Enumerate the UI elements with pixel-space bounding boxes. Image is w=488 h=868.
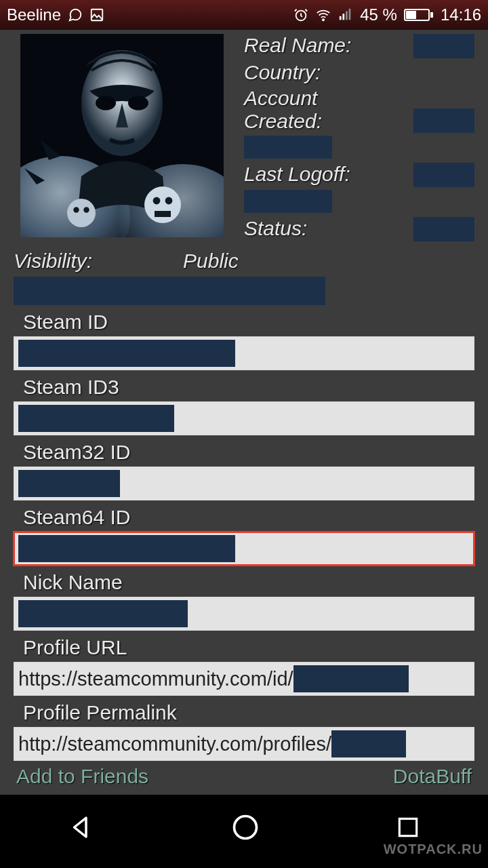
- field-url-prefix: http://steamcommunity.com/profiles/: [18, 733, 331, 755]
- field-nick-name: Nick Name: [14, 571, 474, 631]
- nav-recent-button[interactable]: [395, 814, 421, 840]
- field-value-box[interactable]: https://steamcommunity.com/id/: [14, 662, 474, 696]
- field-value-redacted: [18, 470, 120, 497]
- field-value-redacted: [18, 600, 188, 627]
- svg-rect-4: [343, 14, 345, 20]
- field-value-box[interactable]: [14, 532, 474, 566]
- field-label: Profile URL: [23, 636, 474, 659]
- cell-signal-icon: [338, 7, 353, 22]
- field-value-box[interactable]: [14, 336, 474, 370]
- svg-point-23: [234, 816, 256, 839]
- nav-back-button[interactable]: [67, 813, 96, 842]
- svg-rect-6: [349, 9, 351, 20]
- image-icon: [89, 7, 104, 22]
- svg-point-17: [153, 197, 161, 205]
- chat-bubble-icon: [68, 7, 83, 22]
- svg-point-22: [83, 207, 89, 212]
- svg-point-14: [96, 96, 116, 111]
- profile-meta: Real Name: Country: Account Created: Las…: [244, 34, 474, 244]
- last-logoff-value2-redacted: [244, 190, 332, 213]
- real-name-value-redacted: [413, 34, 474, 58]
- android-status-bar: Beeline 45 % 14:16: [0, 0, 488, 30]
- field-steam-id: Steam ID: [14, 311, 474, 370]
- svg-rect-5: [346, 12, 348, 20]
- field-label: Profile Permalink: [23, 701, 474, 724]
- svg-rect-8: [406, 11, 416, 19]
- wifi-icon: [315, 7, 331, 22]
- visibility-value: Public: [183, 250, 474, 273]
- field-label: Steam ID: [23, 311, 474, 334]
- visibility-label: Visibility:: [14, 250, 183, 273]
- battery-icon: [404, 7, 434, 22]
- svg-point-15: [128, 96, 148, 111]
- status-value-redacted: [413, 217, 474, 241]
- svg-point-20: [67, 199, 96, 227]
- app-content: Real Name: Country: Account Created: Las…: [0, 30, 488, 795]
- svg-point-16: [144, 186, 181, 223]
- field-value-box[interactable]: [14, 467, 474, 500]
- field-value-box[interactable]: [14, 597, 474, 631]
- last-logoff-value-redacted: [413, 163, 474, 187]
- field-value-box[interactable]: [14, 401, 474, 435]
- field-label: Nick Name: [23, 571, 474, 594]
- field-label: Steam32 ID: [23, 441, 474, 464]
- field-value-box[interactable]: http://steamcommunity.com/profiles/: [14, 727, 474, 761]
- account-created-value-redacted: [413, 108, 474, 133]
- svg-rect-9: [430, 12, 433, 18]
- field-value-redacted: [331, 730, 406, 757]
- svg-point-18: [165, 197, 173, 205]
- watermark-text: WOTPACK.RU: [384, 842, 483, 857]
- field-steam32-id: Steam32 ID: [14, 441, 474, 500]
- svg-rect-3: [340, 16, 342, 20]
- field-profile-permalink: Profile Permalinkhttp://steamcommunity.c…: [14, 701, 474, 761]
- add-to-friends-link[interactable]: Add to Friends: [16, 765, 148, 788]
- field-value-redacted: [18, 405, 174, 432]
- nav-home-button[interactable]: [230, 812, 260, 842]
- real-name-label: Real Name:: [244, 34, 351, 57]
- field-value-redacted: [18, 340, 235, 367]
- alarm-icon: [293, 7, 308, 22]
- profile-avatar[interactable]: [20, 34, 224, 237]
- field-steam64-id: Steam64 ID: [14, 506, 474, 566]
- status-label: Status:: [244, 217, 307, 240]
- svg-rect-19: [155, 211, 171, 217]
- dotabuff-link[interactable]: DotaBuff: [393, 765, 472, 788]
- country-label: Country:: [244, 61, 321, 84]
- field-steam-id3: Steam ID3: [14, 376, 474, 435]
- svg-point-2: [323, 19, 324, 20]
- field-label: Steam64 ID: [23, 506, 474, 529]
- field-value-redacted: [293, 665, 409, 692]
- carrier-label: Beeline: [7, 5, 61, 24]
- username-redacted: [14, 277, 325, 305]
- svg-rect-24: [399, 818, 416, 835]
- android-nav-bar: WOTPACK.RU: [0, 795, 488, 860]
- field-profile-url: Profile URLhttps://steamcommunity.com/id…: [14, 636, 474, 696]
- svg-point-21: [73, 207, 79, 212]
- field-value-redacted: [18, 535, 235, 562]
- last-logoff-label: Last Logoff:: [244, 163, 350, 186]
- field-label: Steam ID3: [23, 376, 474, 399]
- account-created-label: Account Created:: [244, 87, 359, 133]
- clock-label: 14:16: [441, 5, 481, 24]
- battery-percent: 45 %: [360, 5, 397, 24]
- field-url-prefix: https://steamcommunity.com/id/: [18, 668, 293, 690]
- account-created-value2-redacted: [244, 136, 332, 159]
